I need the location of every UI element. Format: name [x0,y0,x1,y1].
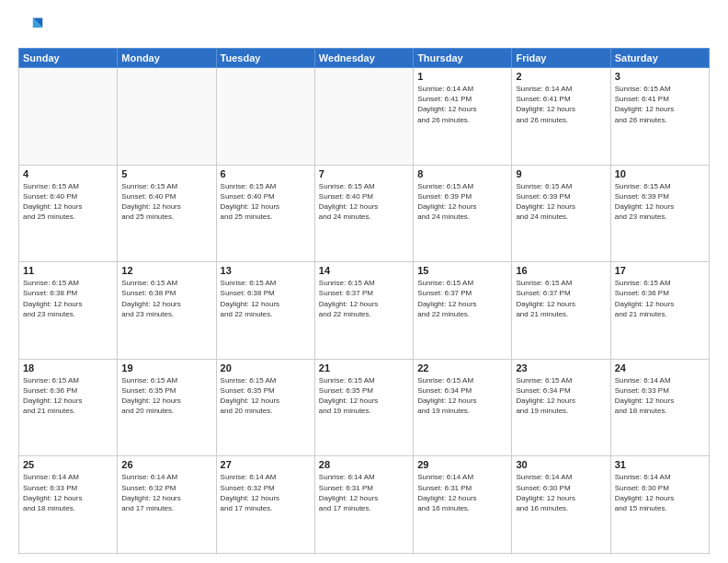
day-info: Sunrise: 6:14 AM Sunset: 6:30 PM Dayligh… [615,472,705,513]
week-row-1: 1Sunrise: 6:14 AM Sunset: 6:41 PM Daylig… [19,68,710,166]
day-number: 16 [516,265,606,276]
calendar-cell: 22Sunrise: 6:15 AM Sunset: 6:34 PM Dayli… [414,359,512,456]
day-info: Sunrise: 6:14 AM Sunset: 6:30 PM Dayligh… [516,472,606,513]
calendar-cell: 15Sunrise: 6:15 AM Sunset: 6:37 PM Dayli… [414,262,512,360]
page: SundayMondayTuesdayWednesdayThursdayFrid… [0,0,728,563]
day-info: Sunrise: 6:15 AM Sunset: 6:40 PM Dayligh… [221,181,311,223]
weekday-header-tuesday: Tuesday [216,49,314,68]
calendar-cell: 7Sunrise: 6:15 AM Sunset: 6:40 PM Daylig… [314,165,413,262]
day-info: Sunrise: 6:14 AM Sunset: 6:32 PM Dayligh… [221,472,311,513]
logo-icon [18,15,44,40]
calendar-cell: 17Sunrise: 6:15 AM Sunset: 6:36 PM Dayli… [610,262,709,360]
weekday-header-row: SundayMondayTuesdayWednesdayThursdayFrid… [19,49,710,68]
day-number: 29 [417,459,507,470]
day-info: Sunrise: 6:15 AM Sunset: 6:37 PM Dayligh… [417,278,507,319]
calendar-cell: 8Sunrise: 6:15 AM Sunset: 6:39 PM Daylig… [414,165,512,262]
calendar-cell: 26Sunrise: 6:14 AM Sunset: 6:32 PM Dayli… [118,456,216,554]
day-info: Sunrise: 6:15 AM Sunset: 6:39 PM Dayligh… [417,181,507,223]
day-number: 12 [121,265,211,276]
weekday-header-friday: Friday [512,49,610,68]
day-number: 24 [615,362,705,373]
day-number: 30 [516,459,606,470]
day-info: Sunrise: 6:15 AM Sunset: 6:40 PM Dayligh… [121,181,211,223]
day-number: 7 [319,168,409,179]
day-info: Sunrise: 6:14 AM Sunset: 6:32 PM Dayligh… [121,472,211,513]
calendar-cell: 18Sunrise: 6:15 AM Sunset: 6:36 PM Dayli… [19,359,118,456]
day-number: 1 [417,71,507,82]
day-info: Sunrise: 6:15 AM Sunset: 6:34 PM Dayligh… [516,375,606,417]
day-info: Sunrise: 6:15 AM Sunset: 6:36 PM Dayligh… [23,375,113,417]
weekday-header-wednesday: Wednesday [314,49,413,68]
calendar-cell: 19Sunrise: 6:15 AM Sunset: 6:35 PM Dayli… [118,359,216,456]
calendar-cell: 30Sunrise: 6:14 AM Sunset: 6:30 PM Dayli… [512,456,610,554]
day-info: Sunrise: 6:14 AM Sunset: 6:33 PM Dayligh… [615,375,705,417]
weekday-header-sunday: Sunday [19,49,118,68]
day-number: 27 [221,459,311,470]
calendar-cell [19,68,118,166]
calendar-cell: 25Sunrise: 6:14 AM Sunset: 6:33 PM Dayli… [19,456,118,554]
day-number: 6 [221,168,311,179]
day-number: 17 [615,265,705,276]
calendar-cell [118,68,216,166]
day-number: 19 [121,362,211,373]
calendar-cell: 1Sunrise: 6:14 AM Sunset: 6:41 PM Daylig… [414,68,512,166]
calendar-cell [314,68,413,166]
day-info: Sunrise: 6:14 AM Sunset: 6:41 PM Dayligh… [417,84,507,125]
day-info: Sunrise: 6:15 AM Sunset: 6:37 PM Dayligh… [319,278,409,319]
day-number: 11 [23,265,113,276]
calendar-table: SundayMondayTuesdayWednesdayThursdayFrid… [18,48,710,554]
day-number: 15 [417,265,507,276]
calendar-cell: 9Sunrise: 6:15 AM Sunset: 6:39 PM Daylig… [512,165,610,262]
day-number: 9 [516,168,606,179]
week-row-5: 25Sunrise: 6:14 AM Sunset: 6:33 PM Dayli… [19,456,710,554]
week-row-2: 4Sunrise: 6:15 AM Sunset: 6:40 PM Daylig… [19,165,710,262]
day-number: 4 [23,168,113,179]
calendar-cell: 10Sunrise: 6:15 AM Sunset: 6:39 PM Dayli… [610,165,709,262]
day-number: 2 [516,71,606,82]
calendar-cell: 31Sunrise: 6:14 AM Sunset: 6:30 PM Dayli… [610,456,709,554]
calendar-cell: 12Sunrise: 6:15 AM Sunset: 6:38 PM Dayli… [118,262,216,360]
day-info: Sunrise: 6:15 AM Sunset: 6:37 PM Dayligh… [516,278,606,319]
weekday-header-saturday: Saturday [610,49,709,68]
week-row-3: 11Sunrise: 6:15 AM Sunset: 6:38 PM Dayli… [19,262,710,360]
day-info: Sunrise: 6:15 AM Sunset: 6:38 PM Dayligh… [121,278,211,319]
day-number: 31 [615,459,705,470]
logo [18,15,48,40]
calendar-cell: 3Sunrise: 6:15 AM Sunset: 6:41 PM Daylig… [610,68,709,166]
day-info: Sunrise: 6:15 AM Sunset: 6:38 PM Dayligh… [23,278,113,319]
calendar-cell: 24Sunrise: 6:14 AM Sunset: 6:33 PM Dayli… [610,359,709,456]
calendar-cell: 21Sunrise: 6:15 AM Sunset: 6:35 PM Dayli… [314,359,413,456]
day-number: 3 [615,71,705,82]
calendar-cell [216,68,314,166]
day-info: Sunrise: 6:15 AM Sunset: 6:34 PM Dayligh… [417,375,507,417]
calendar-cell: 4Sunrise: 6:15 AM Sunset: 6:40 PM Daylig… [19,165,118,262]
calendar-cell: 28Sunrise: 6:14 AM Sunset: 6:31 PM Dayli… [314,456,413,554]
calendar-cell: 27Sunrise: 6:14 AM Sunset: 6:32 PM Dayli… [216,456,314,554]
day-number: 28 [319,459,409,470]
calendar-cell: 16Sunrise: 6:15 AM Sunset: 6:37 PM Dayli… [512,262,610,360]
day-number: 21 [319,362,409,373]
day-info: Sunrise: 6:15 AM Sunset: 6:36 PM Dayligh… [615,278,705,319]
day-number: 18 [23,362,113,373]
day-info: Sunrise: 6:14 AM Sunset: 6:31 PM Dayligh… [319,472,409,513]
calendar-cell: 11Sunrise: 6:15 AM Sunset: 6:38 PM Dayli… [19,262,118,360]
calendar-cell: 29Sunrise: 6:14 AM Sunset: 6:31 PM Dayli… [414,456,512,554]
day-info: Sunrise: 6:15 AM Sunset: 6:40 PM Dayligh… [319,181,409,223]
day-number: 26 [121,459,211,470]
day-number: 23 [516,362,606,373]
calendar-cell: 23Sunrise: 6:15 AM Sunset: 6:34 PM Dayli… [512,359,610,456]
calendar-cell: 14Sunrise: 6:15 AM Sunset: 6:37 PM Dayli… [314,262,413,360]
day-number: 25 [23,459,113,470]
day-number: 14 [319,265,409,276]
day-number: 8 [417,168,507,179]
header [18,15,710,40]
calendar-cell: 2Sunrise: 6:14 AM Sunset: 6:41 PM Daylig… [512,68,610,166]
day-info: Sunrise: 6:15 AM Sunset: 6:39 PM Dayligh… [615,181,705,223]
day-number: 22 [417,362,507,373]
day-number: 13 [221,265,311,276]
day-number: 5 [121,168,211,179]
day-info: Sunrise: 6:15 AM Sunset: 6:39 PM Dayligh… [516,181,606,223]
day-info: Sunrise: 6:15 AM Sunset: 6:38 PM Dayligh… [221,278,311,319]
calendar-cell: 13Sunrise: 6:15 AM Sunset: 6:38 PM Dayli… [216,262,314,360]
calendar-cell: 6Sunrise: 6:15 AM Sunset: 6:40 PM Daylig… [216,165,314,262]
